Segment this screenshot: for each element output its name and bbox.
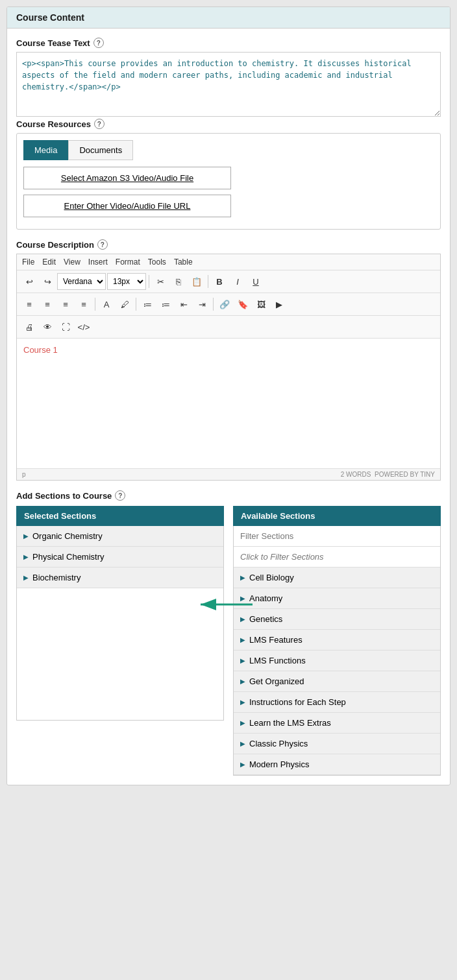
- media-button[interactable]: ▶: [271, 296, 288, 313]
- arrow-icon: ▶: [23, 574, 29, 581]
- editor-menubar: File Edit View Insert Format Tools Table: [17, 254, 440, 270]
- available-item-learn-lms-extras[interactable]: ▶ Learn the LMS Extras: [234, 713, 440, 734]
- course-tease-textarea[interactable]: <p><span>This course provides an introdu…: [16, 52, 441, 117]
- fullscreen-button[interactable]: ⛶: [57, 318, 74, 335]
- editor-toolbar-3: 🖨 👁 ⛶ </>: [17, 316, 440, 339]
- selected-sections-panel: Selected Sections ▶ Organic Chemistry ▶ …: [16, 506, 224, 776]
- print-button[interactable]: 🖨: [21, 318, 38, 335]
- available-item-instructions[interactable]: ▶ Instructions for Each Step: [234, 692, 440, 713]
- font-color-button[interactable]: A: [98, 296, 115, 313]
- editor-toolbar-2: ≡ ≡ ≡ ≡ A 🖊 ≔ ≔ ⇤ ⇥ 🔗 🔖 🖼 ▶: [17, 293, 440, 316]
- menu-tools[interactable]: Tools: [148, 257, 166, 267]
- arrow-icon: ▶: [23, 532, 29, 540]
- align-center-button[interactable]: ≡: [39, 296, 56, 313]
- available-item-modern-physics[interactable]: ▶ Modern Physics: [234, 754, 440, 775]
- arrow-icon: ▶: [240, 719, 245, 726]
- available-item-cell-biology[interactable]: ▶ Cell Biology: [234, 568, 440, 588]
- size-select[interactable]: 13px: [107, 273, 146, 290]
- menu-table[interactable]: Table: [174, 257, 193, 267]
- available-item-get-organized[interactable]: ▶ Get Organized: [234, 671, 440, 692]
- selected-item-organic-chemistry[interactable]: ▶ Organic Chemistry: [17, 526, 223, 547]
- menu-file[interactable]: File: [22, 257, 34, 267]
- paste-button[interactable]: 📋: [188, 273, 205, 290]
- course-description-editor: File Edit View Insert Format Tools Table…: [16, 254, 441, 481]
- menu-insert[interactable]: Insert: [88, 257, 108, 267]
- tab-media[interactable]: Media: [23, 140, 68, 160]
- highlight-button[interactable]: 🖊: [116, 296, 133, 313]
- select-s3-button[interactable]: Select Amazon S3 Video/Audio File: [23, 167, 231, 189]
- link-button[interactable]: 🔗: [216, 296, 233, 313]
- font-select[interactable]: Verdana: [57, 273, 106, 290]
- undo-button[interactable]: ↩: [21, 273, 38, 290]
- available-panel-header: Available Sections: [233, 506, 441, 526]
- available-item-classic-physics[interactable]: ▶ Classic Physics: [234, 734, 440, 754]
- outdent-button[interactable]: ⇤: [175, 296, 192, 313]
- available-item-genetics[interactable]: ▶ Genetics: [234, 609, 440, 630]
- ordered-list-button[interactable]: ≔: [157, 296, 174, 313]
- course-tease-label: Course Tease Text ?: [16, 38, 441, 48]
- tab-documents[interactable]: Documents: [68, 140, 133, 160]
- cut-button[interactable]: ✂: [152, 273, 169, 290]
- italic-button[interactable]: I: [229, 273, 246, 290]
- redo-button[interactable]: ↪: [39, 273, 56, 290]
- page-title: Course Content: [7, 7, 450, 29]
- available-item-lms-functions[interactable]: ▶ LMS Functions: [234, 651, 440, 671]
- available-sections-panel: Available Sections ▶ Cell Biology ▶ Anat…: [233, 506, 441, 776]
- align-left-button[interactable]: ≡: [21, 296, 38, 313]
- arrow-icon: ▶: [240, 574, 245, 581]
- image-button[interactable]: 🖼: [253, 296, 269, 313]
- course-resources-panel: Media Documents Select Amazon S3 Video/A…: [16, 133, 441, 230]
- align-justify-button[interactable]: ≡: [75, 296, 92, 313]
- arrow-icon: ▶: [240, 678, 245, 685]
- enter-url-button[interactable]: Enter Other Video/Audio File URL: [23, 195, 231, 217]
- available-item-lms-features[interactable]: ▶ LMS Features: [234, 630, 440, 651]
- arrow-icon: ▶: [240, 699, 245, 706]
- editor-statusbar: p 2 WORDS POWERED BY TINY: [17, 468, 440, 480]
- available-panel-body: ▶ Cell Biology ▶ Anatomy ▶ Genetics ▶: [233, 526, 441, 776]
- menu-format[interactable]: Format: [116, 257, 140, 267]
- statusbar-info: 2 WORDS POWERED BY TINY: [341, 471, 435, 478]
- underline-button[interactable]: U: [247, 273, 264, 290]
- click-to-filter-input[interactable]: [234, 547, 440, 568]
- code-button[interactable]: </>: [75, 318, 92, 335]
- resources-tabs: Media Documents: [23, 140, 434, 160]
- bookmark-button[interactable]: 🔖: [234, 296, 251, 313]
- arrow-icon: ▶: [23, 553, 29, 560]
- course-description-help-icon[interactable]: ?: [97, 239, 108, 250]
- course-tease-help-icon[interactable]: ?: [93, 38, 104, 48]
- copy-button[interactable]: ⎘: [170, 273, 187, 290]
- indent-button[interactable]: ⇥: [193, 296, 210, 313]
- add-sections-help-icon[interactable]: ?: [115, 490, 125, 501]
- arrow-icon: ▶: [240, 615, 245, 623]
- arrow-icon: ▶: [240, 657, 245, 664]
- sections-container: Selected Sections ▶ Organic Chemistry ▶ …: [16, 506, 441, 776]
- editor-toolbar-1: ↩ ↪ Verdana 13px ✂ ⎘ 📋 B I U: [17, 270, 440, 293]
- menu-edit[interactable]: Edit: [42, 257, 56, 267]
- bold-button[interactable]: B: [211, 273, 228, 290]
- statusbar-tag: p: [22, 471, 26, 478]
- unordered-list-button[interactable]: ≔: [139, 296, 156, 313]
- menu-view[interactable]: View: [64, 257, 80, 267]
- arrow-icon: ▶: [240, 636, 245, 643]
- selected-item-physical-chemistry[interactable]: ▶ Physical Chemistry: [17, 547, 223, 568]
- align-right-button[interactable]: ≡: [57, 296, 74, 313]
- selected-item-biochemistry[interactable]: ▶ Biochemistry: [17, 568, 223, 588]
- preview-button[interactable]: 👁: [39, 318, 56, 335]
- transfer-arrow-icon: [194, 595, 259, 614]
- arrow-icon: ▶: [240, 740, 245, 747]
- available-item-anatomy[interactable]: ▶ Anatomy: [234, 588, 440, 609]
- selected-panel-body: ▶ Organic Chemistry ▶ Physical Chemistry…: [16, 526, 224, 721]
- filter-sections-input[interactable]: [234, 526, 440, 547]
- arrow-icon: ▶: [240, 761, 245, 768]
- editor-content[interactable]: Course 1: [17, 339, 440, 468]
- course-resources-label: Course Resources ?: [16, 119, 441, 129]
- course-resources-help-icon[interactable]: ?: [94, 119, 105, 129]
- selected-panel-header: Selected Sections: [16, 506, 224, 526]
- course-description-label: Course Description ?: [16, 239, 441, 250]
- add-sections-label: Add Sections to Course ?: [16, 490, 441, 501]
